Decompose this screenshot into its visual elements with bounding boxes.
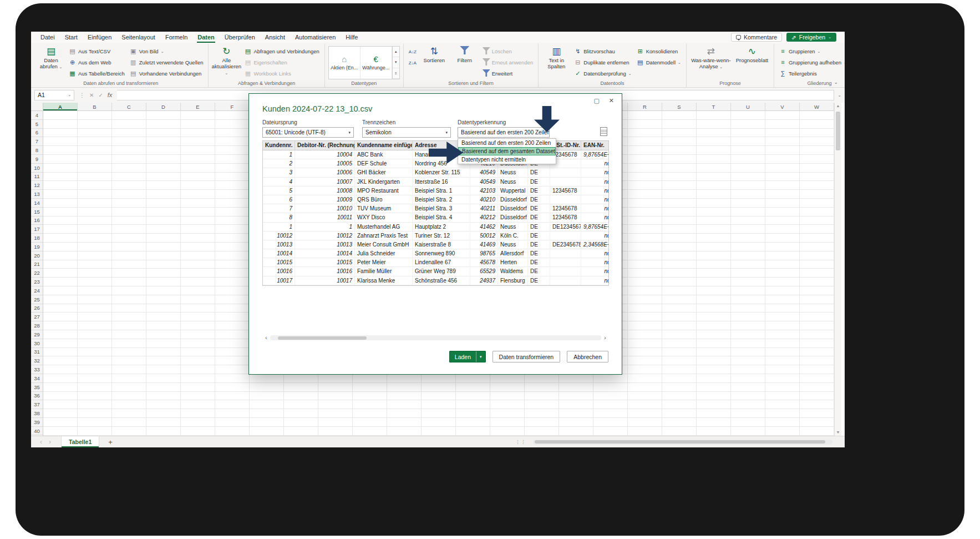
sheet-tab-tabelle1[interactable]: Tabelle1 [61,436,99,447]
expand-formula-bar-icon[interactable]: ⌄ [837,93,841,98]
next-sheet-icon[interactable]: › [49,438,51,446]
row-header-13[interactable]: 13 [31,190,43,199]
row-header-23[interactable]: 23 [31,278,43,286]
horizontal-scrollbar[interactable] [533,440,832,445]
collapse-ribbon-icon[interactable]: ⌄ [834,79,838,85]
preview-column-header-0[interactable]: Kundennr. [263,141,295,150]
refresh-all-button[interactable]: ↻ Alle aktualisieren ⌄ [212,45,241,77]
row-header-22[interactable]: 22 [31,269,43,278]
from-table-range-button[interactable]: ▦Aus Tabelle/Bereich [67,68,126,79]
column-header-V[interactable]: V [765,103,800,111]
menu-tab-automatisieren[interactable]: Automatisieren [290,32,341,43]
column-header-S[interactable]: S [662,103,697,111]
row-header-24[interactable]: 24 [31,286,43,295]
from-web-button[interactable]: ⊕Aus dem Web [67,57,126,68]
row-header-8[interactable]: 8 [31,146,43,155]
get-data-button[interactable]: ▤ Daten abrufen ⌄ [37,45,65,71]
group-button[interactable]: ≡Gruppieren⌄ [778,46,845,57]
workbook-links-button[interactable]: ▦Workbook Links [242,68,321,79]
row-header-30[interactable]: 30 [31,339,43,348]
insert-function-icon[interactable]: fx [108,92,113,98]
column-header-A[interactable]: A [43,103,78,111]
row-header-25[interactable]: 25 [31,295,43,304]
data-validation-button[interactable]: ✓Datenüberprüfung⌄ [572,68,633,79]
menu-tab-hilfe[interactable]: Hilfe [341,32,363,43]
sort-az-icon[interactable]: A↓Z [407,47,418,57]
ungroup-button[interactable]: ≡Gruppierung aufheben⌄ [778,57,845,68]
row-header-9[interactable]: 9 [31,155,43,164]
row-header-33[interactable]: 33 [31,365,43,374]
existing-connections-button[interactable]: ▤Vorhandene Verbindungen [128,68,205,79]
load-split-chevron-icon[interactable]: ▾ [476,355,485,359]
column-header-B[interactable]: B [78,103,112,111]
gallery-more-icon[interactable]: ≡ [393,68,399,79]
column-header-F[interactable]: F [215,103,250,111]
cancel-entry-icon[interactable]: ✕ [89,92,94,98]
select-all-corner[interactable] [31,103,43,111]
row-header-21[interactable]: 21 [31,260,43,269]
row-header-18[interactable]: 18 [31,234,43,243]
row-header-16[interactable]: 16 [31,216,43,225]
row-header-15[interactable]: 15 [31,208,43,216]
menu-tab-formeln[interactable]: Formeln [160,32,192,43]
menu-tab-ansicht[interactable]: Ansicht [260,32,290,43]
row-header-17[interactable]: 17 [31,225,43,234]
clear-filter-button[interactable]: Löschen [481,46,535,57]
comments-button[interactable]: Kommentare [731,33,782,42]
row-header-10[interactable]: 10 [31,164,43,173]
row-header-32[interactable]: 32 [31,356,43,365]
row-header-19[interactable]: 19 [31,243,43,251]
forecast-sheet-button[interactable]: ∿ Prognoseblatt [734,45,770,65]
preview-horizontal-scrollbar[interactable]: ‹ › [262,335,609,341]
row-header-6[interactable]: 6 [31,129,43,138]
vertical-scrollbar[interactable]: ▲ ▼ [834,103,841,436]
menu-tab-datei[interactable]: Datei [35,32,60,43]
prev-sheet-icon[interactable]: ‹ [40,438,42,446]
sort-za-icon[interactable]: Z↓A [407,58,418,68]
preview-scroll-track[interactable] [270,335,601,340]
type-menu-item-2[interactable]: Datentypen nicht ermitteln [458,155,556,164]
column-header-C[interactable]: C [112,103,146,111]
currencies-tile[interactable]: €Währunge... [360,47,392,79]
row-header-28[interactable]: 28 [31,321,43,330]
consolidate-button[interactable]: ⊞Konsolidieren [635,46,683,57]
preview-scroll-thumb[interactable] [278,336,367,340]
row-header-26[interactable]: 26 [31,304,43,313]
dialog-close-icon[interactable]: ✕ [609,97,614,104]
remove-duplicates-button[interactable]: ⊟Duplikate entfernen [572,57,633,68]
scroll-down-icon[interactable]: ▼ [835,429,841,436]
file-origin-select[interactable]: 65001: Unicode (UTF-8) ▾ [262,127,354,138]
type-menu-item-0[interactable]: Basierend auf den ersten 200 Zeilen [458,139,556,147]
stocks-tile[interactable]: ⌂Aktien (En... [329,47,360,79]
row-header-11[interactable]: 11 [31,173,43,182]
menu-tab-seitenlayout[interactable]: Seitenlayout [116,32,160,43]
confirm-entry-icon[interactable]: ✓ [98,92,103,98]
row-header-5[interactable]: 5 [31,120,43,129]
gallery-down-icon[interactable]: ▼ [393,57,399,68]
row-header-29[interactable]: 29 [31,330,43,339]
vertical-scroll-thumb[interactable] [836,112,840,150]
share-button[interactable]: ⇗ Freigeben ⌄ [786,33,836,42]
scroll-up-icon[interactable]: ▲ [835,103,841,109]
row-header-12[interactable]: 12 [31,181,43,190]
row-header-31[interactable]: 31 [31,348,43,357]
menu-tab-überprüfen[interactable]: Überprüfen [220,32,260,43]
row-header-4[interactable]: 4 [31,111,43,120]
type-detection-select[interactable]: Basierend auf den ersten 200 Zeilen ▾ [458,127,550,138]
what-if-button[interactable]: ⇄ Was-wäre-wenn-Analyse ⌄ [690,45,732,71]
from-text-csv-button[interactable]: ▤Aus Text/CSV [67,46,126,57]
row-header-14[interactable]: 14 [31,199,43,208]
row-header-40[interactable]: 40 [31,427,43,436]
data-model-button[interactable]: ▤Datenmodell⌄ [635,57,683,68]
preview-column-header-8[interactable]: EAN-Nr. [581,141,609,150]
menu-tab-einfügen[interactable]: Einfügen [83,32,116,43]
text-to-columns-button[interactable]: ▥ Text in Spalten [542,45,571,71]
column-header-E[interactable]: E [181,103,215,111]
properties-button[interactable]: ▤Eigenschaften [242,57,321,68]
dialog-maximize-icon[interactable]: ▢ [593,97,599,104]
menu-tab-start[interactable]: Start [60,32,83,43]
transform-data-button[interactable]: Daten transformieren [492,351,561,362]
add-sheet-button[interactable]: + [108,438,113,446]
flash-fill-button[interactable]: ↯Blitzvorschau [572,46,633,57]
sort-button[interactable]: ⇅ Sortieren [420,45,449,65]
